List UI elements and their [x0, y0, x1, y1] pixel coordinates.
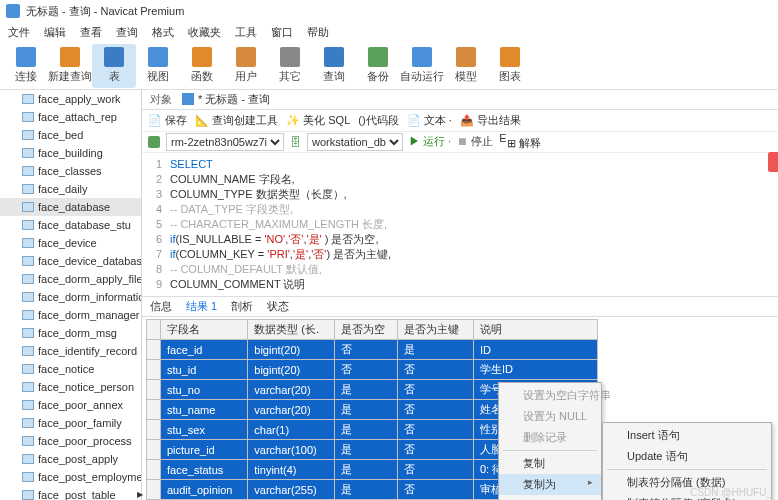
col-header[interactable]: 说明 [473, 320, 597, 340]
模型-icon [456, 47, 476, 67]
menu-item[interactable]: 文件 [8, 25, 30, 40]
result-tab[interactable]: 信息 [150, 299, 172, 314]
toolbar-视图[interactable]: 视图 [136, 44, 180, 88]
sidebar-item[interactable]: face_dorm_informatior [0, 288, 141, 306]
menu-item[interactable]: 查询 [116, 25, 138, 40]
函数-icon [192, 47, 212, 67]
context-menu[interactable]: 设置为空白字符串设置为 NULL删除记录复制复制为粘贴显示 [498, 382, 602, 500]
ctx-item[interactable]: Update 语句 [603, 446, 771, 467]
builder-button[interactable]: 📐 查询创建工具 [195, 113, 278, 128]
sidebar-item[interactable]: face_bed [0, 126, 141, 144]
sidebar-item[interactable]: face_identify_record [0, 342, 141, 360]
table-icon [22, 256, 34, 266]
sidebar-item[interactable]: face_poor_family [0, 414, 141, 432]
用户-icon [236, 47, 256, 67]
menu-item[interactable]: 编辑 [44, 25, 66, 40]
object-sidebar[interactable]: face_apply_workface_attach_repface_bedfa… [0, 90, 142, 500]
连接-icon [16, 47, 36, 67]
menu-item[interactable]: 窗口 [271, 25, 293, 40]
toolbar-自动运行[interactable]: 自动运行 [400, 44, 444, 88]
stop-button: ⏹ 停止 [457, 134, 493, 149]
toolbar-连接[interactable]: 连接 [4, 44, 48, 88]
run-button[interactable]: ▶ 运行 · [409, 134, 451, 149]
col-header[interactable]: 数据类型 (长. [248, 320, 335, 340]
watermark: CSDN @HHUFU_ [690, 487, 772, 498]
col-header[interactable]: 是否为主键 [398, 320, 474, 340]
sidebar-item[interactable]: face_post_apply [0, 450, 141, 468]
sidebar-item[interactable]: face_dorm_msg [0, 324, 141, 342]
ctx-item[interactable]: 复制为 [499, 474, 601, 495]
explain-button[interactable]: E⊞ 解释 [499, 132, 540, 151]
codeblock-button[interactable]: ()代码段 [358, 113, 398, 128]
table-icon [22, 328, 34, 338]
sql-editor[interactable]: 1 SELECT2 COLUMN_NAME 字段名,3 COLUMN_TYPE … [142, 153, 778, 297]
sidebar-item[interactable]: face_dorm_apply_file [0, 270, 141, 288]
table-icon [22, 220, 34, 230]
col-header[interactable]: 字段名 [161, 320, 248, 340]
ctx-item: 删除记录 [499, 427, 601, 448]
ctx-item: 设置为空白字符串 [499, 385, 601, 406]
toolbar-用户[interactable]: 用户 [224, 44, 268, 88]
table-icon [22, 148, 34, 158]
sidebar-item[interactable]: face_classes [0, 162, 141, 180]
sidebar-item[interactable]: face_device_database [0, 252, 141, 270]
export-button[interactable]: 📤 导出结果 [460, 113, 521, 128]
sidebar-item[interactable]: face_attach_rep [0, 108, 141, 126]
视图-icon [148, 47, 168, 67]
sidebar-item[interactable]: face_device [0, 234, 141, 252]
table-icon [22, 112, 34, 122]
ctx-item[interactable]: Insert 语句 [603, 425, 771, 446]
toolbar-查询[interactable]: 查询 [312, 44, 356, 88]
col-header[interactable]: 是否为空 [334, 320, 397, 340]
table-row[interactable]: stu_idbigint(20)否否学生ID [147, 360, 598, 380]
result-tab[interactable]: 剖析 [231, 299, 253, 314]
text-button[interactable]: 📄 文本 · [407, 113, 452, 128]
tab-current[interactable]: * 无标题 - 查询 [182, 92, 270, 107]
toolbar-表[interactable]: 表 [92, 44, 136, 88]
result-tab[interactable]: 状态 [267, 299, 289, 314]
sidebar-item[interactable]: face_poor_annex [0, 396, 141, 414]
toolbar-新建查询[interactable]: 新建查询 [48, 44, 92, 88]
menu-item[interactable]: 格式 [152, 25, 174, 40]
menu-item[interactable]: 查看 [80, 25, 102, 40]
sidebar-item[interactable]: face_dorm_manager [0, 306, 141, 324]
beautify-button[interactable]: ✨ 美化 SQL [286, 113, 350, 128]
menu-item[interactable]: 工具 [235, 25, 257, 40]
ctx-item: 设置为 NULL [499, 406, 601, 427]
menu-item[interactable]: 收藏夹 [188, 25, 221, 40]
ctx-item[interactable]: 粘贴 [499, 495, 601, 500]
menu-item[interactable]: 帮助 [307, 25, 329, 40]
table-icon [22, 382, 34, 392]
table-icon [22, 454, 34, 464]
toolbar-其它[interactable]: 其它 [268, 44, 312, 88]
sidebar-item[interactable]: face_notice_person [0, 378, 141, 396]
app-icon [6, 4, 20, 18]
sidebar-item[interactable]: face_post_employmen [0, 468, 141, 486]
toolbar-函数[interactable]: 函数 [180, 44, 224, 88]
db-icon: 🗄 [290, 136, 301, 148]
bookmark-flag[interactable] [768, 152, 778, 172]
tab-objects[interactable]: 对象 [150, 92, 172, 107]
sidebar-item[interactable]: face_database [0, 198, 141, 216]
表-icon [104, 47, 124, 67]
toolbar-模型[interactable]: 模型 [444, 44, 488, 88]
table-icon [22, 166, 34, 176]
sidebar-item[interactable]: face_database_stu [0, 216, 141, 234]
db-select[interactable]: workstation_db [307, 133, 403, 151]
connection-bar: rm-2zetn83n05wz7i 🗄 workstation_db ▶ 运行 … [142, 132, 778, 154]
table-row[interactable]: face_idbigint(20)否是ID [147, 340, 598, 360]
toolbar-图表[interactable]: 图表 [488, 44, 532, 88]
toolbar-备份[interactable]: 备份 [356, 44, 400, 88]
server-select[interactable]: rm-2zetn83n05wz7i [166, 133, 284, 151]
table-icon [22, 436, 34, 446]
sidebar-item[interactable]: face_apply_work [0, 90, 141, 108]
ctx-item[interactable]: 复制 [499, 453, 601, 474]
备份-icon [368, 47, 388, 67]
sidebar-item[interactable]: face_daily [0, 180, 141, 198]
result-tab[interactable]: 结果 1 [186, 299, 217, 314]
sidebar-item[interactable]: face_post_table [0, 486, 141, 500]
sidebar-item[interactable]: face_notice [0, 360, 141, 378]
save-button[interactable]: 📄 保存 [148, 113, 187, 128]
sidebar-item[interactable]: face_poor_process [0, 432, 141, 450]
sidebar-item[interactable]: face_building [0, 144, 141, 162]
